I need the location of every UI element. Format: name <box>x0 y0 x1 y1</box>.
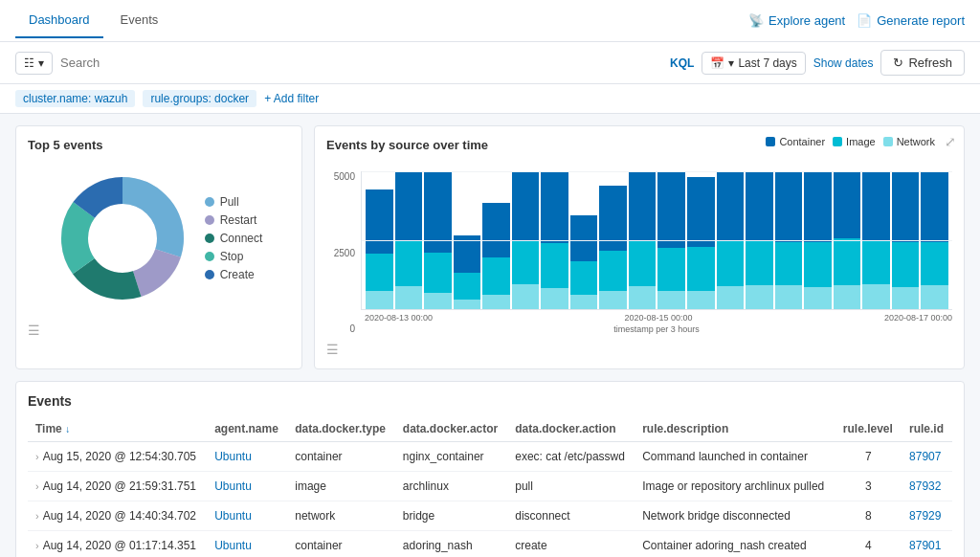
rule-id-link[interactable]: 87901 <box>909 539 941 552</box>
cell-docker-type: network <box>287 501 395 531</box>
bar-chart-area: 5000 2500 0 2020- <box>326 171 952 334</box>
bar-chart-panel: Events by source over time ⤢ Container I… <box>314 125 965 369</box>
agent-name-link[interactable]: Ubuntu <box>214 450 252 463</box>
bar-segment-image <box>454 273 481 301</box>
cell-time: ›Aug 14, 2020 @ 01:17:14.351 <box>28 531 207 558</box>
bar-segment-image <box>746 241 773 284</box>
bar-segment-network <box>512 284 540 309</box>
cell-rule-desc: Container adoring_nash created <box>635 531 835 558</box>
col-rule-desc: rule.description <box>635 416 835 442</box>
events-table-title: Events <box>28 393 952 409</box>
show-dates-link[interactable]: Show dates <box>813 56 874 70</box>
bar-segment-container <box>512 171 540 240</box>
bar-segment-network <box>921 285 948 309</box>
report-icon: 📄 <box>857 13 872 28</box>
filter-cluster[interactable]: cluster.name: wazuh <box>15 90 135 107</box>
filter-rule-groups[interactable]: rule.groups: docker <box>143 90 256 107</box>
cell-time: ›Aug 14, 2020 @ 21:59:31.751 <box>28 472 207 501</box>
bar-chart-table-icon[interactable]: ☰ <box>326 342 952 357</box>
cell-docker-actor: archlinux <box>395 472 507 501</box>
search-input[interactable] <box>60 56 662 70</box>
top-bar: Dashboard Events 📡 Explore agent 📄 Gener… <box>0 0 980 42</box>
chevron-down-icon: ▾ <box>38 56 44 70</box>
row-expand[interactable]: › <box>35 540 39 551</box>
generate-report-link[interactable]: 📄 Generate report <box>857 13 965 28</box>
cell-docker-action: create <box>507 531 635 558</box>
table-icon[interactable]: ☰ <box>28 323 290 338</box>
rule-id-link[interactable]: 87929 <box>909 509 941 523</box>
row-expand[interactable]: › <box>35 451 39 462</box>
expand-icon[interactable]: ⤢ <box>945 134 956 149</box>
row-expand[interactable]: › <box>35 480 39 492</box>
legend-image-dot <box>833 137 842 146</box>
bar-segment-container <box>746 171 773 241</box>
explore-agent-icon: 📡 <box>748 13 764 28</box>
legend-network-dot <box>883 137 893 146</box>
legend-pull-dot <box>205 197 214 207</box>
cell-docker-actor: adoring_nash <box>395 531 507 558</box>
donut-chart <box>56 171 189 305</box>
col-time[interactable]: Time ↓ <box>28 416 207 442</box>
row-expand[interactable]: › <box>35 510 39 522</box>
cell-rule-level: 8 <box>835 501 902 531</box>
bar-segment-network <box>424 293 452 309</box>
cell-docker-type: image <box>287 472 395 501</box>
bar-segment-image <box>687 247 715 291</box>
cell-docker-actor: bridge <box>395 501 507 531</box>
bar-segment-network <box>599 291 627 309</box>
cell-rule-id: 87907 <box>902 442 952 472</box>
charts-row: Top 5 events <box>15 125 965 369</box>
bar-segment-network <box>657 291 685 309</box>
refresh-icon: ↻ <box>893 56 903 70</box>
rule-id-link[interactable]: 87907 <box>909 450 941 463</box>
agent-name-link[interactable]: Ubuntu <box>214 509 252 523</box>
cell-time: ›Aug 15, 2020 @ 12:54:30.705 <box>28 442 207 472</box>
bar-segment-container <box>775 171 803 242</box>
bar-segment-image <box>424 253 452 293</box>
donut-container: Pull Restart Connect Stop <box>28 162 290 315</box>
bar-segment-image <box>599 251 627 291</box>
bar-segment-image <box>395 240 423 286</box>
add-filter-link[interactable]: + Add filter <box>264 92 319 105</box>
cell-docker-action: pull <box>507 472 635 501</box>
agent-name-link[interactable]: Ubuntu <box>214 479 252 493</box>
cell-agent: Ubuntu <box>207 501 287 531</box>
events-panel: Events Time ↓ agent.name data.docker.typ… <box>15 381 965 557</box>
legend-pull: Pull <box>205 195 263 209</box>
tabs: Dashboard Events <box>15 3 171 38</box>
cell-docker-action: exec: cat /etc/passwd <box>507 442 635 472</box>
bar-segment-network <box>454 300 481 309</box>
explore-agent-link[interactable]: 📡 Explore agent <box>748 13 845 28</box>
col-docker-actor: data.docker.actor <box>395 416 507 442</box>
bar-segment-container <box>657 171 685 248</box>
agent-name-link[interactable]: Ubuntu <box>214 539 252 552</box>
bar-segment-container <box>570 215 598 261</box>
bar-chart-grid <box>361 171 952 310</box>
refresh-button[interactable]: ↻ Refresh <box>880 50 965 76</box>
rule-id-link[interactable]: 87932 <box>909 479 941 493</box>
top5-events-panel: Top 5 events <box>15 125 302 369</box>
top-bar-actions: 📡 Explore agent 📄 Generate report <box>748 13 965 28</box>
bar-segment-container <box>687 177 715 247</box>
bar-segment-network <box>775 285 803 309</box>
bar-segment-image <box>482 257 510 294</box>
search-type-button[interactable]: ☷ ▾ <box>15 52 53 75</box>
kql-badge[interactable]: KQL <box>670 56 694 70</box>
chart-body: 2020-08-13 00:00 2020-08-15 00:00 2020-0… <box>361 171 952 334</box>
date-picker-button[interactable]: 📅 ▾ Last 7 days <box>702 52 805 75</box>
cell-agent: Ubuntu <box>207 531 287 558</box>
bar-segment-image <box>629 240 657 286</box>
tab-dashboard[interactable]: Dashboard <box>15 3 103 38</box>
tab-events[interactable]: Events <box>107 3 172 38</box>
legend-network-label: Network <box>897 136 935 147</box>
search-left: ☷ ▾ KQL <box>15 52 694 75</box>
cell-docker-action: disconnect <box>507 501 635 531</box>
bar-segment-network <box>834 285 861 309</box>
bar-segment-image <box>775 242 803 286</box>
legend-stop-dot <box>205 252 214 261</box>
cell-docker-type: container <box>287 531 395 558</box>
legend-restart-dot <box>205 215 214 225</box>
cell-agent: Ubuntu <box>207 472 287 501</box>
bar-segment-network <box>629 286 657 309</box>
top5-title: Top 5 events <box>28 138 290 152</box>
